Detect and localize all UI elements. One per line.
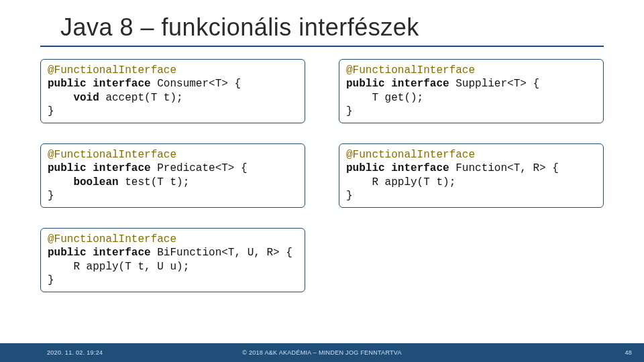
code-consumer: @FunctionalInterface public interface Co… xyxy=(40,59,305,123)
footer-page-number: 48 xyxy=(625,349,632,356)
title-rule xyxy=(40,46,604,47)
code-function: @FunctionalInterface public interface Fu… xyxy=(339,143,604,208)
footer-bar: 2020. 11. 02. 19:24 © 2018 A&K AKADÉMIA … xyxy=(0,343,644,362)
code-supplier: @FunctionalInterface public interface Su… xyxy=(339,59,604,123)
code-grid: @FunctionalInterface public interface Co… xyxy=(40,59,604,292)
code-predicate: @FunctionalInterface public interface Pr… xyxy=(40,143,305,208)
footer-copyright: © 2018 A&K AKADÉMIA – MINDEN JOG FENNTAR… xyxy=(0,349,644,356)
page-title: Java 8 – funkcionális interfészek xyxy=(60,13,604,42)
slide: Java 8 – funkcionális interfészek @Funct… xyxy=(0,0,644,362)
code-bifunction: @FunctionalInterface public interface Bi… xyxy=(40,228,305,292)
